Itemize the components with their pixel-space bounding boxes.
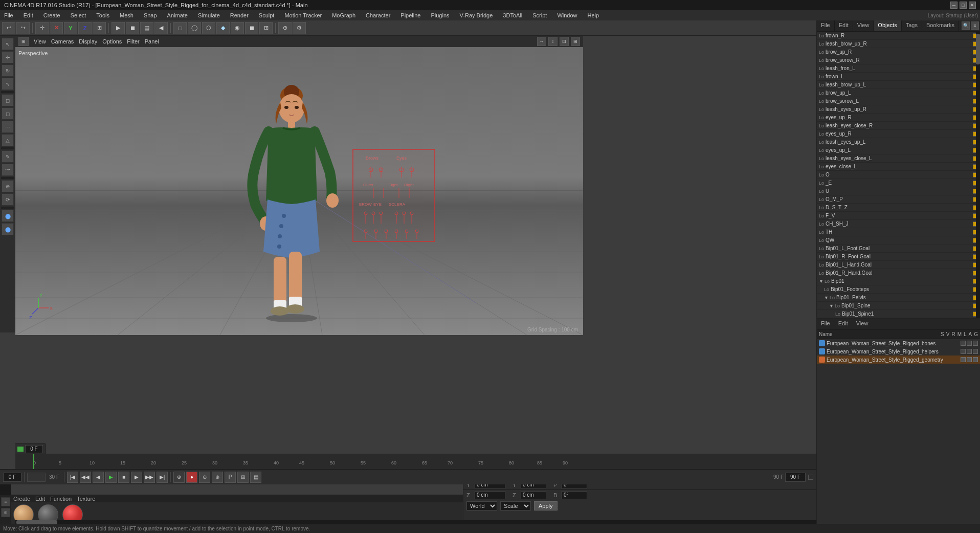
menu-render[interactable]: Render bbox=[228, 11, 251, 19]
mat-tool-2[interactable]: ⊕ bbox=[1, 508, 10, 517]
tool-paint[interactable]: ✎ bbox=[2, 150, 14, 163]
pb-settings-2[interactable]: P bbox=[225, 472, 236, 483]
display-mode-7[interactable]: ⊞ bbox=[259, 22, 273, 34]
render-to-po[interactable]: ▶ bbox=[112, 22, 125, 34]
start-frame-input[interactable] bbox=[25, 445, 43, 453]
obj-bip01-pelvis[interactable]: ▼ Lo Bip01_Pelvis bbox=[817, 294, 980, 302]
viewport-menu-panel[interactable]: Panel bbox=[145, 38, 159, 45]
obj-leash-brow-up-r[interactable]: Lo leash_brow_up_R bbox=[817, 40, 980, 48]
obj-leash-eyes-close-l[interactable]: Lo leash_eyes_close_L bbox=[817, 154, 980, 163]
coord-z-right-input[interactable] bbox=[521, 491, 546, 499]
minimize-button[interactable]: ─ bbox=[950, 2, 957, 9]
tool-script[interactable]: ⬤ bbox=[2, 223, 14, 235]
obj-chshj[interactable]: Lo CH_SH_J bbox=[817, 220, 980, 228]
mat-tool-1[interactable]: ≡ bbox=[1, 497, 10, 506]
render-queue[interactable]: ▤ bbox=[140, 22, 153, 34]
maximize-button[interactable]: □ bbox=[960, 2, 967, 9]
pb-stop[interactable]: ■ bbox=[118, 472, 129, 483]
pb-settings-4[interactable]: ▤ bbox=[250, 472, 261, 483]
viewport-menu-view[interactable]: View bbox=[34, 38, 46, 45]
tool-joint[interactable]: ⊕ bbox=[2, 180, 14, 192]
pb-go-start[interactable]: |◀ bbox=[67, 472, 78, 483]
rpanel-tab-bookmarks[interactable]: Bookmarks bbox=[922, 20, 959, 31]
frame-input-2[interactable] bbox=[27, 473, 46, 482]
world-dropdown[interactable]: World Object bbox=[466, 501, 497, 510]
main-viewport[interactable]: ⊞ View Cameras Display Options Filter Pa… bbox=[15, 36, 583, 335]
obj-o[interactable]: Lo O bbox=[817, 171, 980, 179]
display-mode-3[interactable]: ⬡ bbox=[202, 22, 215, 34]
tool-poly-select[interactable]: △ bbox=[2, 134, 14, 146]
obj-th[interactable]: Lo TH bbox=[817, 228, 980, 236]
timeline-ruler[interactable]: 0 5 10 15 20 25 30 35 40 45 50 55 60 65 … bbox=[15, 454, 816, 469]
tool-select-rect[interactable]: ◻ bbox=[2, 94, 14, 106]
obj-frown-l[interactable]: Lo frown_L bbox=[817, 73, 980, 81]
apply-button[interactable]: Apply bbox=[534, 501, 558, 510]
tool-move-3d[interactable]: ✛ bbox=[2, 51, 14, 63]
right-panel-scrollbar-thumb[interactable] bbox=[976, 34, 980, 64]
obj-bip01-footsteps[interactable]: Lo Bip01_Footsteps bbox=[817, 285, 980, 294]
obj-eyes-up-l[interactable]: Lo eyes_up_L bbox=[817, 146, 980, 154]
menu-sculpt[interactable]: Sculpt bbox=[257, 11, 277, 19]
menu-file[interactable]: File bbox=[2, 11, 15, 19]
menu-3dtoall[interactable]: 3DToAll bbox=[501, 11, 524, 19]
obj-bip01-spine1[interactable]: Lo Bip01_Spine1 bbox=[817, 310, 980, 318]
pb-next-key[interactable]: ▶▶ bbox=[144, 472, 155, 483]
display-mode-2[interactable]: ◯ bbox=[188, 22, 201, 34]
obj-e[interactable]: Lo _E bbox=[817, 179, 980, 187]
tool-world[interactable]: ⊞ bbox=[93, 22, 106, 34]
obj-bip01-r-hand[interactable]: Lo Bip01_R_Hand.Goal bbox=[817, 269, 980, 277]
rpanel-tab-edit[interactable]: Edit bbox=[835, 20, 853, 31]
obj-bip01-l-hand[interactable]: Lo Bip01_L_Hand.Goal bbox=[817, 261, 980, 269]
pb-prev-frame[interactable]: ◀ bbox=[93, 472, 104, 483]
tool-y[interactable]: Y bbox=[64, 22, 77, 34]
menu-tools[interactable]: Tools bbox=[94, 11, 112, 19]
pb-play[interactable]: ▶ bbox=[105, 472, 117, 483]
tool-ik[interactable]: ⟳ bbox=[2, 193, 14, 206]
menu-motion-tracker[interactable]: Motion Tracker bbox=[282, 11, 324, 19]
obj-brow-sorow-l[interactable]: Lo brow_sorow_L bbox=[817, 97, 980, 105]
menu-animate[interactable]: Animate bbox=[165, 11, 190, 19]
menu-help[interactable]: Help bbox=[586, 11, 602, 19]
undo-button[interactable]: ↩ bbox=[2, 22, 15, 34]
pb-next-frame[interactable]: ▶ bbox=[131, 472, 142, 483]
obj-leash-eyes-up-r[interactable]: Lo leash_eyes_up_R bbox=[817, 105, 980, 114]
brp-item-geometry[interactable]: European_Woman_Street_Style_Rigged_geome… bbox=[817, 356, 980, 364]
menu-pipeline[interactable]: Pipeline bbox=[398, 11, 422, 19]
menu-character[interactable]: Character bbox=[364, 11, 392, 19]
rpanel-tab-tags[interactable]: Tags bbox=[902, 20, 922, 31]
viewport-menu-options[interactable]: Options bbox=[102, 38, 122, 45]
coord-z-input[interactable] bbox=[475, 491, 505, 499]
viewport-layout-btn[interactable]: ⊞ bbox=[18, 37, 29, 46]
display-mode-4[interactable]: ◆ bbox=[216, 22, 230, 34]
brp-item-helpers[interactable]: European_Woman_Street_Style_Rigged_helpe… bbox=[817, 347, 980, 356]
obj-brow-sorow-r[interactable]: Lo brow_sorow_R bbox=[817, 56, 980, 64]
mat-menu-create[interactable]: Create bbox=[13, 496, 30, 502]
menu-plugins[interactable]: Plugins bbox=[429, 11, 451, 19]
obj-eyes-up-r2[interactable]: Lo eyes_up_R bbox=[817, 130, 980, 138]
pb-record[interactable]: ⊕ bbox=[173, 472, 185, 483]
menu-snap[interactable]: Snap bbox=[142, 11, 159, 19]
display-mode-1[interactable]: □ bbox=[173, 22, 187, 34]
obj-leash-brow-up-l[interactable]: Lo leash_brow_up_L bbox=[817, 81, 980, 89]
tool-lasso[interactable]: ⋯ bbox=[2, 121, 14, 133]
menu-mesh[interactable]: Mesh bbox=[118, 11, 136, 19]
tool-move[interactable]: ✛ bbox=[35, 22, 49, 34]
mat-menu-edit[interactable]: Edit bbox=[35, 496, 45, 502]
viewport-menu-filter[interactable]: Filter bbox=[127, 38, 139, 45]
menu-select[interactable]: Select bbox=[69, 11, 88, 19]
menu-edit[interactable]: Edit bbox=[21, 11, 35, 19]
obj-dstz[interactable]: Lo D_S_T_Z bbox=[817, 204, 980, 212]
end-frame-input[interactable] bbox=[785, 473, 806, 482]
obj-fv[interactable]: Lo F_V bbox=[817, 212, 980, 220]
menu-simulate[interactable]: Simulate bbox=[196, 11, 222, 19]
obj-omp[interactable]: Lo O_M_P bbox=[817, 195, 980, 204]
rpanel-search-btn[interactable]: 🔍 bbox=[962, 21, 970, 30]
tool-scale-3d[interactable]: ⤡ bbox=[2, 78, 14, 90]
snap-btn[interactable]: ⊕ bbox=[278, 22, 292, 34]
rpanel-tab-objects[interactable]: Objects bbox=[874, 20, 901, 31]
viewport-icon-1[interactable]: ↔ bbox=[537, 37, 546, 46]
make-preview[interactable]: ◀ bbox=[154, 22, 168, 34]
scale-dropdown[interactable]: Scale bbox=[500, 501, 531, 510]
brp-tab-view[interactable]: View bbox=[852, 319, 873, 329]
obj-bip01-l-foot[interactable]: Lo Bip01_L_Foot.Goal bbox=[817, 245, 980, 253]
